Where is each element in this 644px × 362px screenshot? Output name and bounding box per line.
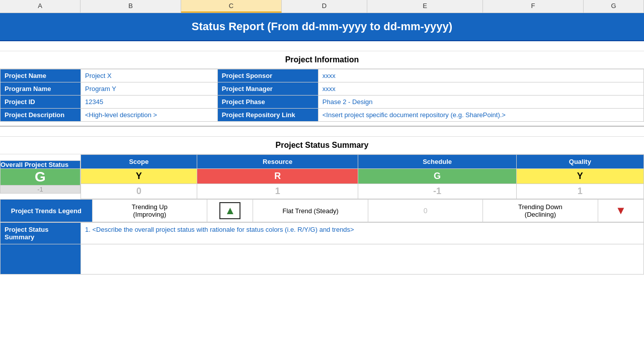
col-header-a: A (0, 0, 80, 13)
status-grid: Scope Resource Schedule Quality Y R G Y … (80, 154, 644, 199)
overall-status-value[interactable]: G (1, 168, 80, 185)
trends-legend-row: Project Trends Legend Trending Up (Impro… (1, 200, 644, 222)
col-header-c: C (181, 0, 282, 13)
table-row: Project ID 12345 Project Phase Phase 2 -… (1, 96, 644, 109)
project-desc-value[interactable]: <High-level description > (81, 109, 218, 122)
status-main-row: Overall Project Status G -1 Scope Resour… (0, 154, 644, 199)
trends-legend-label: Project Trends Legend (1, 200, 93, 222)
status-grid-header-row: Scope Resource Schedule Quality (81, 155, 644, 169)
spreadsheet: A B C D E F G Status Report (From dd-mm-… (0, 0, 644, 275)
trending-up-icon: ▲ (219, 202, 240, 219)
project-repo-label: Project Repository Link (217, 109, 318, 122)
project-info-table: Project Name Project X Project Sponsor x… (0, 69, 644, 122)
flat-trend-label: Flat Trend (Steady) (253, 200, 368, 222)
status-value-row: Y R G Y (81, 169, 644, 184)
table-row: Project Name Project X Project Sponsor x… (1, 69, 644, 82)
status-summary-text-empty[interactable] (81, 244, 644, 275)
status-summary-empty-row (1, 244, 644, 275)
project-id-value[interactable]: 12345 (81, 96, 218, 109)
col-header-g: G (584, 0, 644, 13)
trending-down-label: Trending Down (Declining) (483, 200, 598, 222)
flat-trend-value: 0 (368, 200, 482, 222)
project-id-label: Project ID (1, 96, 81, 109)
status-summary-header: Project Status Summary (0, 137, 644, 154)
scope-header: Scope (81, 155, 197, 169)
col-header-b: B (80, 0, 181, 13)
project-manager-value[interactable]: xxxx (318, 82, 643, 96)
project-name-value[interactable]: Project X (81, 69, 218, 82)
resource-trend: 1 (197, 184, 358, 199)
col-header-f: F (483, 0, 584, 13)
overall-trend-value: -1 (1, 185, 80, 193)
project-name-label: Project Name (1, 69, 81, 82)
status-summary-label-empty (1, 244, 81, 275)
project-info-header: Project Information (0, 51, 644, 69)
resource-status[interactable]: R (197, 169, 358, 184)
resource-header: Resource (197, 155, 358, 169)
col-header-d: D (282, 0, 367, 13)
project-sponsor-label: Project Sponsor (217, 69, 318, 82)
report-title: Status Report (From dd-mm-yyyy to dd-mm-… (0, 13, 644, 41)
overall-status-label: Overall Project Status (1, 160, 80, 168)
schedule-trend: -1 (358, 184, 516, 199)
status-grid-container: Scope Resource Schedule Quality Y R G Y … (80, 154, 644, 199)
project-phase-label: Project Phase (217, 96, 318, 109)
trends-legend-table: Project Trends Legend Trending Up (Impro… (0, 199, 644, 222)
project-repo-value[interactable]: <Insert project specific document reposi… (318, 109, 643, 122)
overall-status-container: Overall Project Status G -1 (0, 154, 80, 199)
project-phase-value[interactable]: Phase 2 - Design (318, 96, 643, 109)
separator-1 (0, 122, 644, 127)
spacer-row-1 (0, 41, 644, 51)
overall-status-inner: Overall Project Status G -1 (0, 160, 80, 194)
trending-up-icon-cell: ▲ (207, 200, 253, 222)
trending-down-icon-cell: ▼ (598, 200, 643, 222)
schedule-header: Schedule (358, 155, 516, 169)
program-name-label: Program Name (1, 82, 81, 96)
status-summary-label: Project Status Summary (1, 223, 81, 244)
spacer-row-2 (0, 127, 644, 137)
status-summary-text-row: Project Status Summary 1. <Describe the … (1, 223, 644, 244)
status-summary-text-table: Project Status Summary 1. <Describe the … (0, 222, 644, 275)
quality-status[interactable]: Y (516, 169, 643, 184)
quality-trend: 1 (516, 184, 643, 199)
program-name-value[interactable]: Program Y (81, 82, 218, 96)
table-row: Program Name Program Y Project Manager x… (1, 82, 644, 96)
table-row: Project Description <High-level descript… (1, 109, 644, 122)
trending-down-icon: ▼ (615, 204, 626, 217)
scope-trend: 0 (81, 184, 197, 199)
project-manager-label: Project Manager (217, 82, 318, 96)
status-summary-text[interactable]: 1. <Describe the overall project status … (81, 223, 644, 244)
schedule-status[interactable]: G (358, 169, 516, 184)
column-headers: A B C D E F G (0, 0, 644, 13)
status-summary-table: Overall Project Status G -1 Scope Resour… (0, 154, 644, 199)
col-header-e: E (367, 0, 483, 13)
project-desc-label: Project Description (1, 109, 81, 122)
status-trend-row: 0 1 -1 1 (81, 184, 644, 199)
trending-up-label: Trending Up (Improving) (92, 200, 207, 222)
scope-status[interactable]: Y (81, 169, 197, 184)
project-sponsor-value[interactable]: xxxx (318, 69, 643, 82)
quality-header: Quality (516, 155, 643, 169)
